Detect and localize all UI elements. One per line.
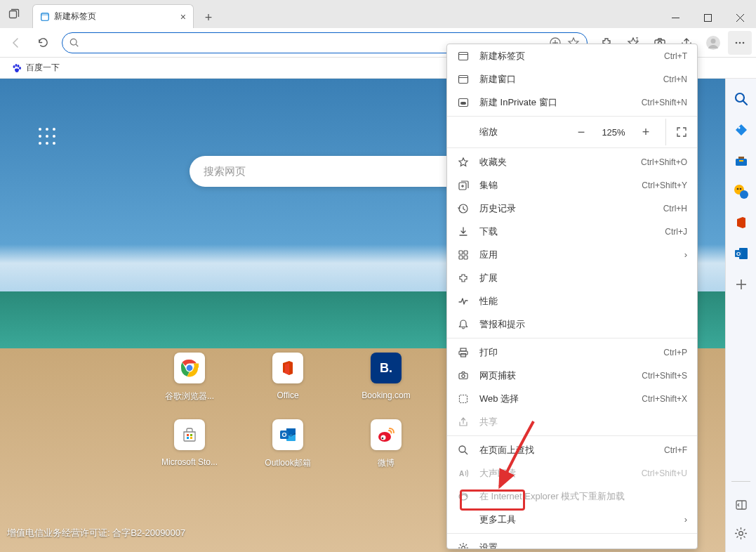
more-menu-button[interactable] [728,31,752,55]
tab-manager-button[interactable] [0,0,28,28]
menu-new-tab[interactable]: 新建标签页Ctrl+T [447,44,697,67]
profile-button[interactable] [701,31,725,55]
svg-rect-72 [459,251,463,254]
svg-rect-75 [464,256,467,259]
svg-point-43 [382,438,384,440]
svg-rect-36 [190,437,192,439]
page-icon [40,12,50,22]
menu-downloads[interactable]: 下载Ctrl+J [447,220,697,243]
svg-point-86 [462,546,465,549]
menu-capture[interactable]: 网页捕获Ctrl+Shift+S [447,364,697,387]
svg-text:O: O [736,251,740,257]
menu-find[interactable]: 在页面上查找Ctrl+F [447,438,697,461]
site-office[interactable]: Office [239,353,337,402]
svg-line-8 [76,44,78,46]
svg-rect-76 [460,348,466,351]
svg-point-52 [736,188,738,190]
zoom-in-button[interactable]: + [639,125,653,140]
menu-zoom: 缩放 − 125% + [447,119,697,145]
svg-point-21 [13,65,15,68]
svg-rect-49 [739,160,743,162]
menu-ie-mode: 在 Internet Explorer 模式下重新加载 [447,485,697,508]
menu-webselect[interactable]: Web 选择Ctrl+Shift+X [447,387,697,410]
menu-settings[interactable]: 设置 [447,536,697,549]
svg-rect-35 [187,437,189,439]
menu-history[interactable]: 历史记录Ctrl+H [447,197,697,220]
svg-rect-77 [459,351,467,355]
svg-point-44 [736,93,744,102]
svg-point-18 [736,41,738,44]
new-tab-button[interactable]: + [198,7,219,28]
svg-text:O: O [281,431,286,438]
menu-read-aloud: A大声朗读Ctrl+Shift+U [447,461,697,485]
svg-rect-33 [187,434,189,436]
svg-point-23 [18,65,20,67]
bookmark-baidu[interactable]: 百度一下 [7,60,64,76]
site-outlook[interactable]: OOutlook邮箱 [239,419,337,469]
svg-point-53 [739,188,741,190]
menu-apps[interactable]: 应用› [447,243,697,266]
site-weibo[interactable]: 微博 [337,419,435,469]
svg-rect-48 [738,157,744,159]
svg-rect-67 [460,102,466,105]
svg-point-51 [740,190,748,199]
svg-text:A: A [459,470,464,478]
menu-new-inprivate[interactable]: 新建 InPrivate 窗口Ctrl+Shift+N [447,91,697,114]
menu-share: 共享 [447,410,697,433]
maximize-button[interactable] [691,7,724,28]
back-button[interactable] [4,31,28,55]
minimize-button[interactable] [659,7,691,28]
chevron-right-icon: › [684,249,687,260]
menu-more-tools[interactable]: 更多工具› [447,508,697,531]
svg-rect-2 [41,13,49,15]
sidebar-add-icon[interactable] [734,277,749,292]
svg-rect-73 [464,251,467,254]
sidebar-office-icon[interactable] [734,215,749,230]
svg-point-20 [743,41,745,44]
site-msstore[interactable]: Microsoft Sto... [140,419,239,469]
chevron-right-icon: › [684,514,687,525]
sidebar-search-icon[interactable] [734,91,749,107]
svg-point-27 [187,365,192,371]
apps-launcher-icon[interactable] [39,128,55,145]
svg-point-82 [459,446,465,452]
bookmark-label: 百度一下 [26,62,60,74]
browser-tab[interactable]: 新建标签页 × [32,4,194,28]
tab-close-button[interactable]: × [180,11,186,22]
refresh-button[interactable] [31,31,55,55]
svg-rect-62 [459,52,468,60]
svg-point-61 [739,531,743,535]
sidebar-outlook-icon[interactable]: O [734,246,749,261]
menu-performance[interactable]: 性能 [447,289,697,313]
search-placeholder: 搜索网页 [204,165,246,178]
browser-context-menu: 新建标签页Ctrl+T 新建窗口Ctrl+N 新建 InPrivate 窗口Ct… [446,44,698,549]
menu-print[interactable]: 打印Ctrl+P [447,341,697,364]
svg-point-17 [711,39,716,44]
svg-rect-4 [704,14,711,21]
site-booking[interactable]: B.Booking.com [337,353,435,402]
fullscreen-button[interactable] [665,119,687,145]
zoom-value: 125% [601,127,626,138]
menu-favorites[interactable]: 收藏夹Ctrl+Shift+O [447,150,697,173]
menu-new-window[interactable]: 新建窗口Ctrl+N [447,67,697,91]
menu-extensions[interactable]: 扩展 [447,266,697,289]
svg-line-45 [743,101,747,105]
sidebar-settings-icon[interactable] [734,525,749,541]
web-search-box[interactable]: 搜索网页 [190,156,484,187]
svg-point-80 [462,374,465,377]
menu-alerts[interactable]: 警报和提示 [447,313,697,336]
sidebar-games-icon[interactable] [734,184,749,199]
svg-rect-47 [736,159,747,166]
site-chrome[interactable]: 谷歌浏览器... [140,353,239,402]
svg-rect-78 [461,353,466,357]
sidebar-collapse-icon[interactable] [734,497,749,513]
svg-rect-64 [459,75,468,83]
baidu-icon [11,63,22,74]
sidebar-shopping-icon[interactable] [734,122,749,138]
close-window-button[interactable] [724,7,756,28]
zoom-out-button[interactable]: − [574,125,588,140]
search-icon [69,38,79,48]
svg-point-22 [15,64,18,67]
menu-collections[interactable]: 集锦Ctrl+Shift+Y [447,173,697,197]
sidebar-tools-icon[interactable] [734,153,749,169]
